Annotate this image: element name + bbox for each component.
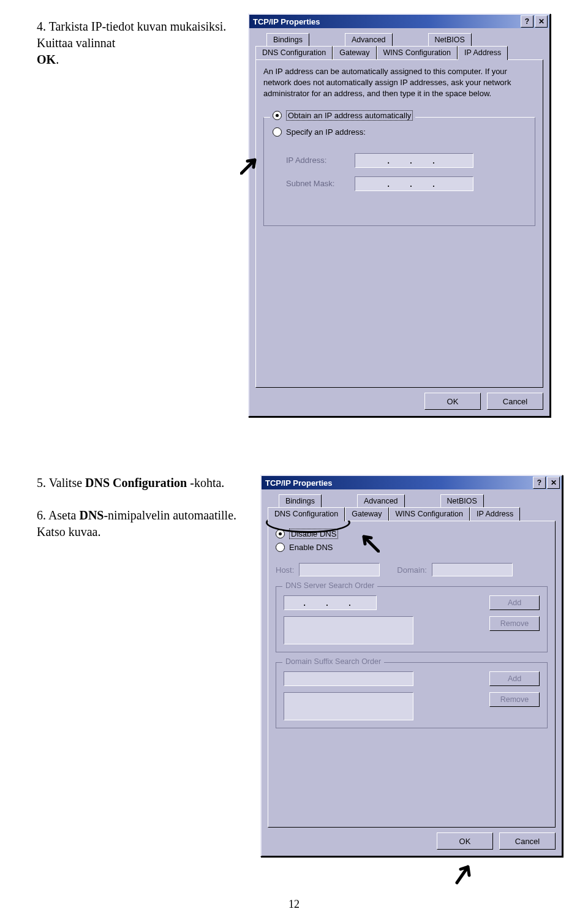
suffix-list[interactable] xyxy=(284,692,413,720)
host-input[interactable] xyxy=(299,563,380,576)
domain-suffix-search-order-label: Domain Suffix Search Order xyxy=(282,657,384,666)
dns-ip-input[interactable]: . . . xyxy=(284,595,377,610)
ip-address-input[interactable]: . . . xyxy=(355,153,473,168)
step5-a: Valitse xyxy=(46,476,85,489)
page-number: 12 xyxy=(288,898,300,911)
tcpip-properties-dialog-ip: TCP/IP Properties ? ✕ Bindings Advanced … xyxy=(248,13,551,417)
annotation-arrow-icon xyxy=(453,861,478,889)
tab-bindings[interactable]: Bindings xyxy=(279,494,322,507)
step5-c: -kohta. xyxy=(187,476,224,489)
domain-suffix-search-order-group: Domain Suffix Search Order Add Remove xyxy=(276,662,548,728)
step6-a: Aseta xyxy=(46,508,79,522)
step5-num: 5. xyxy=(37,476,46,489)
help-icon: ? xyxy=(537,478,541,487)
tab-strip: Bindings Advanced NetBIOS DNS Configurat… xyxy=(268,494,556,828)
instruction-step-6: 6. Aseta DNS-nimipalvelin automaatille. … xyxy=(37,507,239,540)
cancel-button[interactable]: Cancel xyxy=(487,393,543,410)
close-button[interactable]: ✕ xyxy=(535,15,548,28)
tab-ip-address[interactable]: IP Address xyxy=(470,507,520,521)
dns-server-list[interactable] xyxy=(284,616,413,644)
step6-b: DNS xyxy=(79,508,104,522)
instruction-step-4: 4. Tarkista IP-tiedot kuvan mukaisiksi. … xyxy=(37,18,239,68)
radio-specify-ip[interactable]: Specify an IP address: xyxy=(270,127,368,137)
tab-netbios[interactable]: NetBIOS xyxy=(440,494,484,507)
help-button[interactable]: ? xyxy=(533,477,546,489)
tab-wins-configuration[interactable]: WINS Configuration xyxy=(389,507,470,521)
subnet-mask-label: Subnet Mask: xyxy=(286,179,355,188)
dns-add-button[interactable]: Add xyxy=(489,595,540,610)
radio-disable-dns[interactable]: Disable DNS xyxy=(276,529,548,539)
suffix-remove-button[interactable]: Remove xyxy=(489,692,540,707)
radio-obtain-auto[interactable]: Obtain an IP address automatically xyxy=(270,110,415,121)
dns-server-search-order-label: DNS Server Search Order xyxy=(282,581,377,590)
ip-address-label: IP Address: xyxy=(286,156,355,165)
close-icon: ✕ xyxy=(538,17,545,26)
tab-advanced[interactable]: Advanced xyxy=(357,494,405,507)
ok-button[interactable]: OK xyxy=(424,393,481,410)
radio-enable-dns[interactable]: Enable DNS xyxy=(276,543,548,552)
step4-dot: . xyxy=(56,53,59,66)
domain-label: Domain: xyxy=(397,565,426,575)
help-button[interactable]: ? xyxy=(521,15,533,28)
radio-dot-icon xyxy=(276,529,285,538)
suffix-add-button[interactable]: Add xyxy=(489,671,540,686)
host-label: Host: xyxy=(276,565,294,575)
tab-netbios[interactable]: NetBIOS xyxy=(428,33,472,46)
instruction-step-5: 5. Valitse DNS Configuration -kohta. xyxy=(37,475,239,491)
tab-gateway[interactable]: Gateway xyxy=(345,507,388,521)
titlebar[interactable]: TCP/IP Properties ? ✕ xyxy=(262,476,562,489)
tab-wins-configuration[interactable]: WINS Configuration xyxy=(377,46,458,59)
tab-strip: Bindings Advanced NetBIOS DNS Configurat… xyxy=(255,33,543,388)
radio-dot-icon xyxy=(276,543,285,552)
dialog-title: TCP/IP Properties xyxy=(253,17,320,26)
titlebar[interactable]: TCP/IP Properties ? ✕ xyxy=(249,15,549,28)
cancel-button[interactable]: Cancel xyxy=(499,832,556,850)
close-button[interactable]: ✕ xyxy=(547,477,560,489)
radio-dot-icon xyxy=(273,127,282,137)
close-icon: ✕ xyxy=(551,478,557,487)
dns-server-search-order-group: DNS Server Search Order . . . Add Remove xyxy=(276,586,548,652)
tab-bindings[interactable]: Bindings xyxy=(266,33,309,46)
dialog-title: TCP/IP Properties xyxy=(265,478,333,488)
tab-gateway[interactable]: Gateway xyxy=(333,46,376,59)
step5-b: DNS Configuration xyxy=(85,476,187,489)
step4-text-a: Tarkista IP-tiedot kuvan mukaisiksi. Kui… xyxy=(37,20,226,50)
step4-num: 4. xyxy=(37,20,46,33)
tab-dns-configuration[interactable]: DNS Configuration xyxy=(255,46,333,59)
dns-remove-button[interactable]: Remove xyxy=(489,616,540,631)
step6-num: 6. xyxy=(37,508,46,522)
tcpip-properties-dialog-dns: TCP/IP Properties ? ✕ Bindings Advanced … xyxy=(260,475,563,857)
ip-description: An IP address can be automatically assig… xyxy=(263,66,535,100)
step4-ok: OK xyxy=(37,53,56,66)
radio-dot-icon xyxy=(273,111,282,120)
subnet-mask-input[interactable]: . . . xyxy=(355,176,473,191)
tab-dns-configuration[interactable]: DNS Configuration xyxy=(268,507,345,521)
tab-advanced[interactable]: Advanced xyxy=(345,33,393,46)
suffix-input[interactable] xyxy=(284,671,413,686)
domain-input[interactable] xyxy=(432,563,513,576)
tab-ip-address[interactable]: IP Address xyxy=(458,46,508,60)
ok-button[interactable]: OK xyxy=(437,832,493,850)
help-icon: ? xyxy=(525,17,529,26)
